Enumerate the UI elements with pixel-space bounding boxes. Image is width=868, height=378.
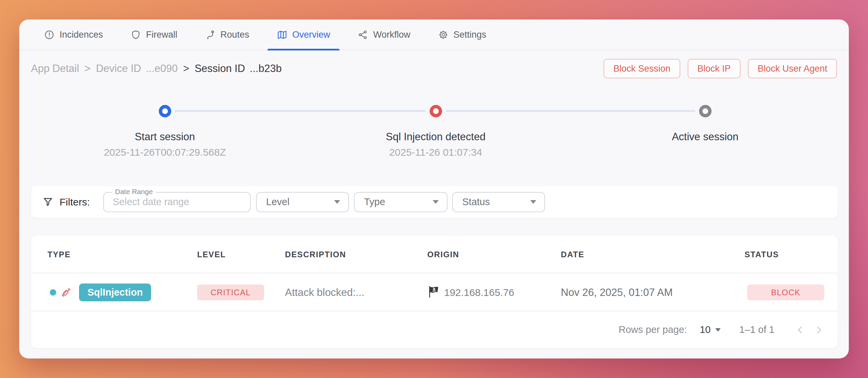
session-timeline: Start session 2025-11-26T00:07:29.568Z S… <box>19 100 849 188</box>
rows-per-page-label: Rows per page: <box>619 324 687 335</box>
chevron-left-icon <box>794 324 806 336</box>
column-header-date: DATE <box>561 235 584 274</box>
type-cell <box>50 274 56 311</box>
block-user-agent-button[interactable]: Block User Agent <box>748 59 837 78</box>
breadcrumb-label: App Detail <box>31 63 79 75</box>
breadcrumb-row: App Detail > Device ID ...e090 > Session… <box>31 53 837 84</box>
origin-cell: 192.168.165.76 <box>427 274 515 311</box>
description-cell: Attack blocked:... <box>285 274 364 311</box>
timeline-step: Sql Injection detected 2025-11-26 01:07:… <box>318 100 553 159</box>
breadcrumb: App Detail > Device ID ...e090 > Session… <box>31 63 282 75</box>
chevron-right-icon <box>813 324 825 336</box>
tab-incidences[interactable]: Incidences <box>35 20 112 50</box>
active-tab-indicator <box>268 49 340 51</box>
workflow-icon <box>358 30 368 40</box>
previous-page-button[interactable] <box>790 320 809 339</box>
breadcrumb-separator: > <box>183 63 189 75</box>
funnel-icon <box>42 196 54 208</box>
column-header-description: DESCRIPTION <box>285 235 346 274</box>
tab-label: Routes <box>220 30 249 40</box>
tab-routes[interactable]: Routes <box>195 20 259 50</box>
block-ip-button[interactable]: Block IP <box>688 59 741 78</box>
level-cell: CRITICAL <box>197 274 264 311</box>
type-select[interactable]: Type <box>354 192 447 212</box>
route-icon <box>205 30 215 40</box>
map-icon <box>277 30 287 40</box>
type-chip: SqlInjection <box>79 284 151 301</box>
chevron-down-icon <box>433 200 439 204</box>
chevron-down-icon <box>334 200 340 204</box>
date-cell: Nov 26, 2025, 01:07 AM <box>561 274 673 311</box>
filters-bar: Filters: Date Range Level Type Status <box>31 186 838 218</box>
session-detail-card: Incidences Firewall Routes Overview Work… <box>19 20 849 358</box>
tab-settings[interactable]: Settings <box>429 20 496 50</box>
column-header-origin: ORIGIN <box>427 235 459 274</box>
timeline-step-title: Sql Injection detected <box>318 130 553 143</box>
timeline-step-title: Start session <box>47 130 283 143</box>
shield-icon <box>130 30 141 40</box>
level-chip: CRITICAL <box>197 284 264 300</box>
column-header-status: STATUS <box>745 235 779 274</box>
date-range-input[interactable] <box>104 196 250 208</box>
tab-overview[interactable]: Overview <box>268 20 340 50</box>
column-header-type: TYPE <box>48 235 71 274</box>
timeline-step-timestamp: 2025-11-26T00:07:29.568Z <box>47 146 283 159</box>
tab-label: Incidences <box>60 30 103 40</box>
status-select-label: Status <box>462 196 490 208</box>
rows-per-page-select[interactable]: 10 <box>700 324 721 335</box>
table-header: TYPE LEVEL DESCRIPTION ORIGIN DATE STATU… <box>31 235 838 274</box>
level-select[interactable]: Level <box>256 192 349 212</box>
column-header-level: LEVEL <box>197 235 226 274</box>
timeline-step: Active session <box>587 100 823 146</box>
tab-label: Workflow <box>373 30 410 40</box>
status-select[interactable]: Status <box>452 192 545 212</box>
timeline-step-title: Active session <box>587 130 823 143</box>
status-chip: BLOCK <box>747 284 824 300</box>
gear-icon <box>438 30 448 40</box>
tab-firewall[interactable]: Firewall <box>121 20 187 50</box>
type-chip-cell: SqlInjection <box>79 274 151 311</box>
date-text: Nov 26, 2025, 01:07 AM <box>561 286 673 298</box>
tab-bar: Incidences Firewall Routes Overview Work… <box>19 20 849 51</box>
rows-per-page-value: 10 <box>700 324 711 335</box>
breadcrumb-label: Session ID <box>194 63 245 75</box>
table-row[interactable]: SqlInjection CRITICAL Attack blocked:...… <box>31 274 838 311</box>
breadcrumb-value: ...e090 <box>146 63 178 75</box>
origin-ip: 192.168.165.76 <box>444 287 515 298</box>
status-cell: BLOCK <box>747 274 824 311</box>
breadcrumb-value: ...b23b <box>250 63 282 75</box>
level-select-label: Level <box>266 196 289 208</box>
block-actions: Block Session Block IP Block User Agent <box>603 59 837 78</box>
table-pagination: Rows per page: 10 1–1 of 1 <box>31 311 838 348</box>
pagination-range: 1–1 of 1 <box>739 324 774 335</box>
tab-workflow[interactable]: Workflow <box>348 20 420 50</box>
chevron-down-icon <box>715 328 721 332</box>
block-session-button[interactable]: Block Session <box>603 59 680 78</box>
breadcrumb-device-id[interactable]: Device ID ...e090 <box>96 63 178 75</box>
description-text: Attack blocked:... <box>285 286 364 298</box>
breadcrumb-session-id: Session ID ...b23b <box>194 63 282 75</box>
chevron-down-icon <box>530 200 536 204</box>
filters-label: Filters: <box>60 196 90 208</box>
alert-circle-icon <box>44 30 55 40</box>
tab-label: Firewall <box>146 30 177 40</box>
timeline-step: Start session 2025-11-26T00:07:29.568Z <box>47 100 283 159</box>
pirate-flag-icon <box>427 285 441 300</box>
breadcrumb-separator: > <box>85 63 91 75</box>
unread-dot-icon <box>50 289 56 295</box>
tab-label: Settings <box>454 30 487 40</box>
type-select-label: Type <box>364 196 385 208</box>
date-range-field-label: Date Range <box>112 188 156 196</box>
next-page-button[interactable] <box>809 320 828 339</box>
syringe-icon <box>60 274 72 311</box>
events-table: TYPE LEVEL DESCRIPTION ORIGIN DATE STATU… <box>31 235 838 348</box>
breadcrumb-label: Device ID <box>96 63 141 75</box>
timeline-step-timestamp: 2025-11-26 01:07:34 <box>318 146 553 159</box>
breadcrumb-app-detail[interactable]: App Detail <box>31 63 79 75</box>
date-range-field[interactable]: Date Range <box>103 192 251 212</box>
tab-label: Overview <box>292 30 330 40</box>
